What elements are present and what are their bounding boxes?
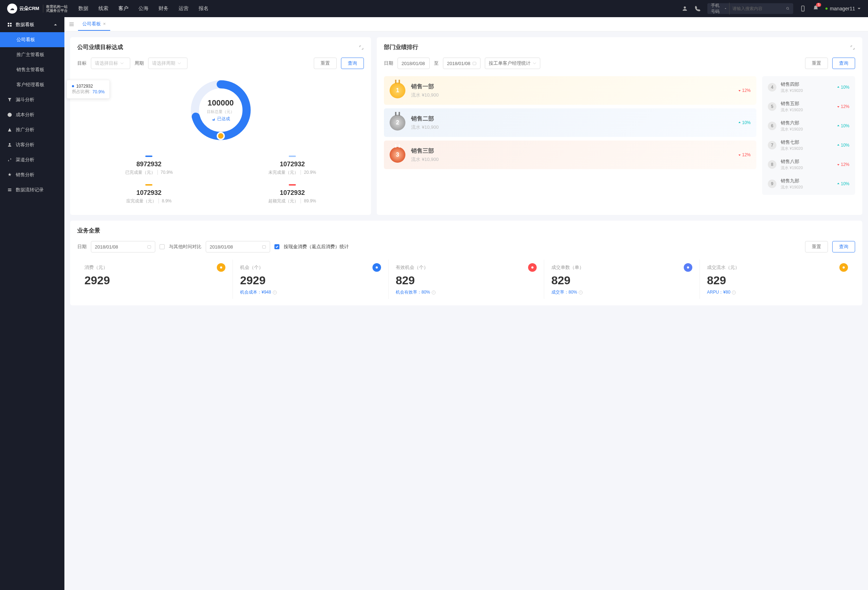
sidebar-item[interactable]: 漏斗分析 <box>0 92 64 107</box>
reset-button[interactable]: 重置 <box>314 57 337 69</box>
metric-icon <box>684 263 692 272</box>
menu-icon <box>7 97 12 102</box>
tab-label: 公司看板 <box>82 21 101 27</box>
card-dept-ranking: 部门业绩排行 日期 2018/01/08 至 2018/01/08 按工单客户经… <box>377 37 862 215</box>
card-title: 部门业绩排行 <box>384 44 418 51</box>
search-input[interactable] <box>732 6 786 11</box>
sidebar-item[interactable]: 数据流转记录 <box>0 182 64 197</box>
card-company-target: 公司业绩目标达成 目标 请选择目标 周期 请选择周期 重置 查询 <box>70 37 371 215</box>
topnav-item[interactable]: 数据 <box>78 5 89 12</box>
topnav-item[interactable]: 线索 <box>98 5 108 12</box>
calendar-icon <box>147 244 151 249</box>
topnav-item[interactable]: 报名 <box>199 5 208 12</box>
reset-button[interactable]: 重置 <box>805 241 828 252</box>
svg-point-1 <box>787 7 788 9</box>
help-icon[interactable]: ? <box>431 290 436 295</box>
help-icon[interactable]: ? <box>732 290 736 295</box>
query-button[interactable]: 查询 <box>832 57 855 69</box>
svg-point-18 <box>531 266 533 269</box>
sidebar-item[interactable]: 渠道分析 <box>0 152 64 167</box>
menu-icon <box>7 187 12 193</box>
stat-by-select[interactable]: 按工单客户经理统计 <box>485 57 540 69</box>
svg-text:?: ? <box>274 291 276 294</box>
tab-company-board[interactable]: 公司看板 × <box>78 18 110 31</box>
menu-icon <box>7 127 12 132</box>
compare-date-input[interactable]: 2018/01/08 <box>206 241 270 252</box>
help-icon[interactable]: ? <box>273 290 277 295</box>
sidebar-item[interactable]: 成本分析 <box>0 107 64 122</box>
phone-icon[interactable] <box>694 5 701 12</box>
sidebar-item[interactable]: 销售主管看板 <box>0 62 64 77</box>
close-icon[interactable]: × <box>103 21 106 26</box>
trend-indicator: 12% <box>837 162 849 167</box>
help-icon[interactable]: ? <box>579 290 583 295</box>
calendar-icon <box>472 61 477 65</box>
svg-point-15 <box>376 266 378 269</box>
sidebar-item[interactable]: 推广主管看板 <box>0 47 64 62</box>
user-menu[interactable]: manager11 <box>825 6 861 12</box>
cash-checkbox[interactable] <box>275 244 279 249</box>
trend-indicator: 12% <box>837 104 849 109</box>
donut-chart: 100000 目标总量（元） 已达成 <box>187 76 255 144</box>
sidebar-item[interactable]: 推广分析 <box>0 122 64 137</box>
metric-item: 有效机会（个）829机会有效率：80%? <box>388 260 544 299</box>
sidebar-item[interactable]: 访客分析 <box>0 137 64 152</box>
topnav-item[interactable]: 客户 <box>118 5 128 12</box>
metric-icon <box>528 263 537 272</box>
trend-indicator: 12% <box>738 152 751 157</box>
logo-subtitle: 教育机构一站式服务云平台 <box>43 4 68 13</box>
stat-item: 1072932未完成量（元）20.9% <box>221 151 364 180</box>
medal-icon: 2 <box>390 115 405 131</box>
sidebar-group-dashboard[interactable]: 数据看板 <box>0 17 64 32</box>
notification-button[interactable]: 5 <box>813 5 819 13</box>
query-button[interactable]: 查询 <box>832 241 855 252</box>
topbar: ☁ 云朵CRM 教育机构一站式服务云平台 数据线索客户公海财务运营报名 手机号码… <box>0 0 868 17</box>
expand-icon[interactable] <box>359 45 364 50</box>
date-to[interactable]: 2018/01/08 <box>443 57 481 69</box>
sidebar-group-label: 数据看板 <box>16 21 34 28</box>
topnav-item[interactable]: 公海 <box>139 5 149 12</box>
rank-row: 8销售八部流水 ¥1902012% <box>762 155 855 174</box>
reset-button[interactable]: 重置 <box>805 57 828 69</box>
svg-point-0 <box>684 6 686 9</box>
period-select[interactable]: 请选择周期 <box>148 57 187 69</box>
tabbar: 公司看板 × <box>64 17 868 31</box>
svg-rect-11 <box>473 62 476 65</box>
date-from[interactable]: 2018/01/08 <box>397 57 430 69</box>
compare-checkbox[interactable] <box>159 244 165 249</box>
rank-row: 4销售四部流水 ¥1902010% <box>762 78 855 97</box>
target-select[interactable]: 请选择目标 <box>91 57 130 69</box>
metric-icon <box>217 263 226 272</box>
device-icon[interactable] <box>800 5 806 12</box>
rank-row: 7销售七部流水 ¥1902010% <box>762 135 855 155</box>
search-icon[interactable] <box>786 6 790 11</box>
sidebar-item[interactable]: 客户经理看板 <box>0 77 64 92</box>
stat-item: 1072932应完成量（元）8.9% <box>77 180 221 209</box>
topnav-item[interactable]: 财务 <box>158 5 168 12</box>
search-type-select[interactable]: 手机号码 <box>711 3 729 15</box>
sidebar: 数据看板 公司看板推广主管看板销售主管看板客户经理看板 漏斗分析成本分析推广分析… <box>0 17 64 590</box>
expand-icon[interactable] <box>850 45 855 50</box>
metric-icon <box>839 263 848 272</box>
menu-icon <box>7 157 12 162</box>
date-input[interactable]: 2018/01/08 <box>91 241 155 252</box>
medal-icon: 1 <box>390 82 405 99</box>
metric-item: 成交单数（单）829成交率：80%? <box>544 260 700 299</box>
query-button[interactable]: 查询 <box>341 57 364 69</box>
rank-row: 6销售六部流水 ¥1902010% <box>762 116 855 135</box>
sidebar-item[interactable]: 销售分析 <box>0 167 64 182</box>
dashboard-icon <box>7 22 12 27</box>
trend-indicator: 10% <box>837 124 849 128</box>
date-label: 日期 <box>77 244 87 250</box>
menu-icon <box>7 112 12 117</box>
user-icon[interactable] <box>682 5 688 12</box>
rank-card: 1销售一部流水 ¥10,90012% <box>384 76 756 105</box>
chevron-up-icon <box>54 23 57 26</box>
donut-sublabel: 目标总量（元） <box>207 109 234 115</box>
topnav-item[interactable]: 运营 <box>179 5 189 12</box>
sidebar-item[interactable]: 公司看板 <box>0 32 64 47</box>
logo[interactable]: ☁ 云朵CRM 教育机构一站式服务云平台 <box>7 4 68 13</box>
svg-text:?: ? <box>580 291 582 294</box>
hamburger-icon[interactable] <box>69 21 74 27</box>
svg-point-21 <box>687 266 689 269</box>
